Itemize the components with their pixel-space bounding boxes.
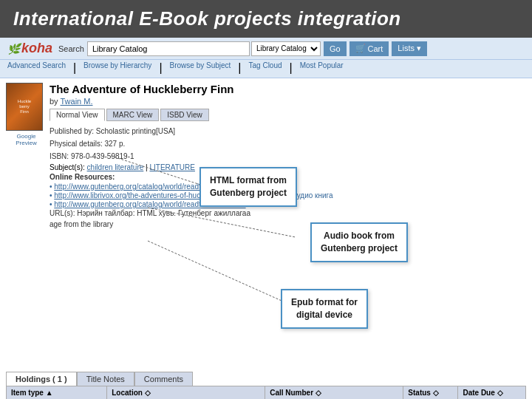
go-button[interactable]: Go <box>324 41 347 56</box>
koha-logo: 🌿 koha <box>7 41 52 56</box>
callout-audio-text: Audio book from Gutenberg project <box>321 231 398 253</box>
callout-epub-format: Epub format for digital device <box>281 289 368 329</box>
title-notes-label: Title Notes <box>86 375 125 383</box>
url-section: URL(s): Нэрийн тайлбар: HTML хувь. Гутен… <box>50 209 526 217</box>
book-cover-image: HuckleberryFinn <box>6 83 43 131</box>
lists-button[interactable]: Lists ▾ <box>392 41 427 56</box>
author-link[interactable]: Twain M. <box>60 97 92 106</box>
mid-panel: The Adventure of Huckleberry Finn by Twa… <box>47 83 526 231</box>
nav-browse-hierarchy[interactable]: Browse by Hierarchy <box>83 61 151 75</box>
tab-normal-view[interactable]: Normal View <box>50 109 105 121</box>
col-location: Location ◇ <box>107 386 265 400</box>
cart-button[interactable]: 🛒 Cart <box>349 41 389 56</box>
age-label: age from the library <box>50 219 526 230</box>
google-preview-link[interactable]: GooglePreview <box>6 133 47 146</box>
view-tabs: Normal View MARC View ISBD View <box>50 109 526 121</box>
col-call-number: Call Number ◇ <box>265 386 403 400</box>
holdings-table: Item type ▲ Location ◇ Call Number ◇ Sta… <box>6 386 526 399</box>
callout-html-text: HTML format from Gutenberg project <box>210 175 287 198</box>
nav-tag-cloud[interactable]: Tag Cloud <box>249 61 282 75</box>
nav-browse-subject[interactable]: Browse by Subject <box>170 61 231 75</box>
holdings-section: Holdings ( 1 ) Title Notes Comments Item… <box>6 372 526 399</box>
audio-label: Аудио книга <box>292 191 332 200</box>
logo-text: koha <box>21 41 52 56</box>
leaf-icon: 🌿 <box>7 43 20 55</box>
book-title: The Adventure of Huckleberry Finn <box>50 83 526 95</box>
tab-isbd-view[interactable]: ISBD View <box>160 109 209 121</box>
col-item-type: Item type ▲ <box>7 386 107 400</box>
book-author-line: by Twain M. <box>50 97 526 106</box>
nav-most-popular[interactable]: Most Popular <box>300 61 344 75</box>
cart-label: Cart <box>368 44 383 53</box>
nav-links: Advanced Search | Browse by Hierarchy | … <box>0 60 532 78</box>
book-published: Published by: Scholastic printing[USA] <box>50 126 526 137</box>
book-isbn: ISBN: 978-0-439-59819-1 <box>50 151 526 162</box>
search-box: Library Catalog <box>87 41 321 56</box>
content-area: HuckleberryFinn GooglePreview The Advent… <box>0 78 532 236</box>
url-label: URL(s): Нэрийн тайлбар: HTML хувь. Гутен… <box>50 209 250 217</box>
svg-line-2 <box>148 241 288 304</box>
book-physical: Physical details: 327 p. <box>50 138 526 149</box>
header-title: International E-Book projects integratio… <box>13 7 401 30</box>
search-label: Search <box>58 44 84 53</box>
callout-html-format: HTML format from Gutenberg project <box>200 167 297 207</box>
subjects-label: Subject(s): <box>50 163 85 171</box>
subject-link-1[interactable]: children literature <box>87 163 144 171</box>
left-panel: HuckleberryFinn GooglePreview <box>6 83 47 231</box>
col-date-due: Date Due ◇ <box>458 386 526 400</box>
holdings-tab-label: Holdings ( 1 ) <box>16 375 67 383</box>
author-label: by <box>50 97 58 106</box>
koha-bar: 🌿 koha Search Library Catalog Go 🛒 Cart … <box>0 38 532 60</box>
tab-comments[interactable]: Comments <box>134 372 193 386</box>
cart-icon: 🛒 <box>355 44 366 53</box>
search-input[interactable] <box>87 41 250 56</box>
header: International E-Book projects integratio… <box>0 0 532 38</box>
tab-title-notes[interactable]: Title Notes <box>77 372 134 386</box>
page-wrapper: HuckleberryFinn GooglePreview The Advent… <box>0 78 532 399</box>
comments-label: Comments <box>144 375 183 383</box>
tab-holdings[interactable]: Holdings ( 1 ) <box>6 372 77 386</box>
callout-epub-text: Epub format for digital device <box>291 297 358 320</box>
search-type-dropdown[interactable]: Library Catalog <box>251 41 321 56</box>
subject-link-2[interactable]: LITERATURE <box>149 163 195 171</box>
search-area: Search Library Catalog Go 🛒 Cart Lists ▾ <box>58 41 525 56</box>
holdings-tabs-bar: Holdings ( 1 ) Title Notes Comments <box>6 372 526 386</box>
nav-advanced-search[interactable]: Advanced Search <box>7 61 66 75</box>
col-status: Status ◇ <box>403 386 458 400</box>
tab-marc-view[interactable]: MARC View <box>106 109 160 121</box>
callout-audio-book: Audio book from Gutenberg project <box>310 222 408 262</box>
